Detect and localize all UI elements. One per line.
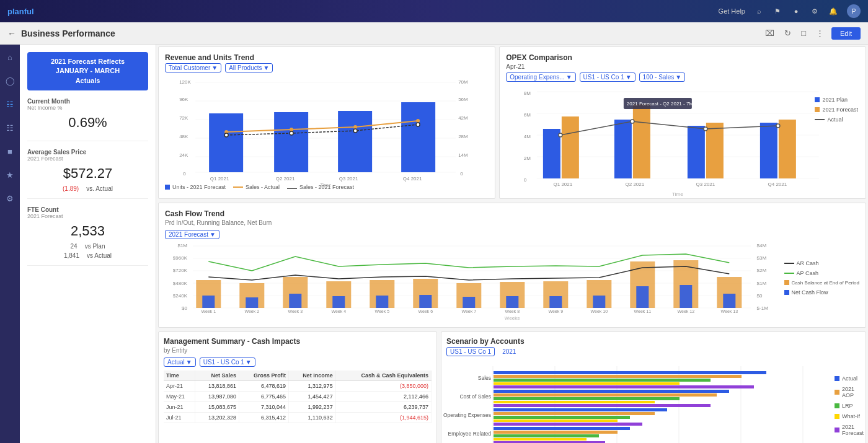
rev-bar-q3 (338, 111, 372, 172)
sales-actual-legend: Sales - Actual (233, 184, 280, 190)
get-help-link[interactable]: Get Help (719, 7, 745, 15)
sidebar-clock-icon[interactable]: ◯ (2, 73, 17, 88)
svg-text:0: 0 (524, 177, 527, 183)
svg-rect-122 (494, 375, 742, 378)
user-avatar[interactable]: P (847, 4, 861, 18)
svg-point-49 (559, 133, 562, 137)
sidebar-home-icon[interactable]: ⌂ (2, 50, 17, 64)
cell-time: Jun-21 (164, 402, 195, 413)
svg-rect-128 (494, 397, 680, 400)
cell-netincome: 1,454,427 (289, 392, 336, 402)
expand-icon[interactable]: □ (799, 27, 808, 39)
rev-bar-q1 (209, 113, 243, 172)
cell-netsales: 13,202,328 (195, 413, 239, 423)
cell-netincome: 1,110,632 (289, 413, 336, 423)
svg-rect-138 (494, 434, 599, 437)
forecast-header: 2021 Forecast Reflects JANUARY - MARCH A… (27, 52, 148, 90)
sidebar-chart-icon[interactable]: ☷ (2, 97, 17, 112)
nav-actions: ⌧ ↻ □ ⋮ Edit (763, 27, 861, 40)
opex-filter3[interactable]: 100 - Sales ▼ (639, 72, 686, 82)
opex-legend: 2021 Plan 2021 Forecast Actual (815, 97, 858, 125)
svg-point-51 (704, 127, 707, 131)
scenario-filter1[interactable]: US1 - US Co 1 (446, 347, 495, 356)
svg-rect-43 (614, 120, 632, 178)
svg-rect-89 (636, 286, 649, 308)
opex-subtitle: Apr-21 (506, 63, 859, 70)
bell-icon[interactable]: 🔔 (828, 6, 838, 16)
bookmark-icon[interactable]: ⚑ (773, 6, 782, 16)
all-products-filter[interactable]: All Products ▼ (225, 63, 273, 72)
svg-text:28M: 28M (458, 134, 468, 139)
svg-point-23 (290, 131, 293, 135)
rev-bar-q4 (401, 102, 435, 172)
cashflow-y-right: $4M$3M$2M$1M$0$-1M (757, 243, 779, 311)
opex-chart-title: OPEX Comparison (506, 53, 859, 62)
svg-rect-133 (494, 416, 630, 419)
crop-icon[interactable]: ⌧ (763, 27, 777, 39)
svg-rect-123 (494, 379, 711, 382)
svg-rect-81 (289, 294, 301, 308)
svg-rect-79 (202, 296, 215, 308)
svg-rect-124 (494, 382, 680, 385)
svg-text:Q1 2021: Q1 2021 (554, 182, 573, 187)
total-customer-filter[interactable]: Total Customer ▼ (165, 63, 221, 72)
sidebar-person-icon[interactable]: ■ (2, 144, 17, 159)
cashflow-x-label: Weeks (165, 315, 859, 321)
svg-rect-45 (688, 126, 705, 178)
svg-text:0: 0 (183, 171, 186, 177)
svg-rect-139 (494, 438, 587, 441)
svg-text:Week 1: Week 1 (201, 309, 216, 314)
top-nav-left: planful (7, 7, 34, 16)
fte-section: FTE Count 2021 Forecast 2,533 24 vs Plan… (27, 206, 148, 266)
svg-text:4M: 4M (524, 134, 531, 139)
svg-text:14M: 14M (458, 152, 468, 158)
cashflow-filter[interactable]: 2021 Forecast ▼ (165, 230, 219, 239)
aop-scenario-legend: 2021 AOP (835, 386, 864, 398)
col-netsales: Net Sales (195, 371, 239, 381)
svg-rect-44 (633, 104, 650, 178)
scenario-inner: Sales Cost of Sales Operating Expenses E… (446, 360, 861, 443)
fte-actual-label: vs Actual (87, 252, 112, 259)
svg-text:96K: 96K (179, 97, 188, 102)
svg-point-20 (353, 125, 357, 129)
svg-rect-83 (376, 296, 388, 308)
sidebar-grid-icon[interactable]: ☷ (2, 120, 17, 135)
refresh-icon[interactable]: ↻ (782, 27, 794, 39)
more-options-icon[interactable]: ⋮ (813, 27, 826, 39)
opex-filter2[interactable]: US1 - US Co 1 ▼ (580, 72, 636, 82)
scenario-legend: Actual 2021 AOP LRP What-If 2021 Forecas (835, 360, 864, 443)
scenario-title: Scenario by Accounts (446, 337, 861, 346)
cash-balance-legend: Cash Balance at End of Period (784, 280, 859, 286)
edit-button[interactable]: Edit (831, 27, 861, 40)
svg-text:0: 0 (460, 171, 463, 177)
sidebar-gear-icon[interactable]: ⚙ (2, 191, 17, 206)
cell-netsales: 15,083,675 (195, 402, 239, 413)
svg-text:24K: 24K (179, 152, 188, 158)
globe-icon[interactable]: ● (791, 6, 801, 16)
col-grossprofit: Gross Profit (239, 371, 289, 381)
settings-icon[interactable]: ⚙ (810, 6, 820, 16)
svg-rect-84 (419, 295, 432, 308)
svg-rect-129 (494, 401, 655, 403)
back-button[interactable]: ← (7, 29, 16, 38)
scenario-filter2[interactable]: 2021 (498, 347, 520, 356)
svg-point-19 (290, 128, 293, 131)
svg-text:Week 6: Week 6 (418, 309, 433, 314)
mgmt-filter1[interactable]: Actual ▼ (164, 357, 196, 367)
fte-vs-plan: 24 (71, 243, 78, 250)
svg-text:Operating Expenses: Operating Expenses (443, 412, 491, 418)
current-month-value: 0.69% (27, 115, 148, 131)
ar-cash-legend: AR Cash (784, 260, 859, 266)
opex-filter1[interactable]: Operating Expens... ▼ (506, 72, 575, 82)
svg-point-50 (631, 120, 634, 123)
svg-rect-42 (562, 116, 579, 178)
svg-text:120K: 120K (179, 79, 191, 85)
svg-point-25 (416, 123, 420, 126)
cashflow-row: Cash Flow Trend Prd In/Out, Running Bala… (156, 201, 868, 330)
sidebar-star-icon[interactable]: ★ (2, 167, 17, 182)
fte-actual-val: 1,841 (64, 252, 79, 259)
mgmt-filter2[interactable]: US1 - US Co 1 ▼ (200, 357, 255, 367)
cashflow-y-axis: $1M$960K$720K$480K$240K$0 (165, 243, 187, 311)
svg-text:6M: 6M (524, 112, 531, 118)
search-icon[interactable]: ⌕ (754, 6, 764, 16)
